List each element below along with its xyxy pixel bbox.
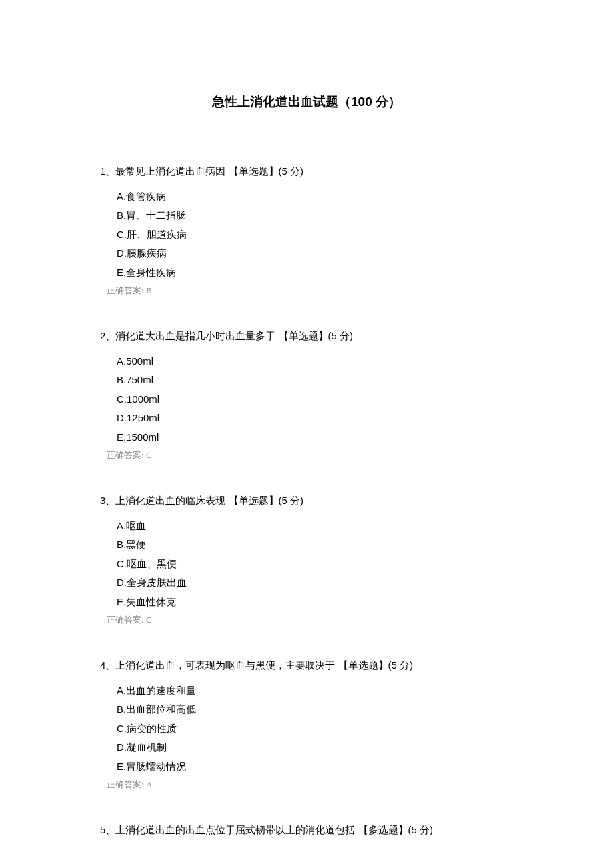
answer-value: C: [146, 450, 152, 460]
question-text: 2、消化道大出血是指几小时出血量多于 【单选题】(5 分): [100, 329, 513, 344]
answer-value: C: [146, 615, 152, 625]
question-text: 1、最常见上消化道出血病因 【单选题】(5 分): [100, 164, 513, 179]
question-text: 3、上消化道出血的临床表现 【单选题】(5 分): [100, 493, 513, 509]
option-item: E.1500ml: [117, 428, 513, 447]
question-content: 上消化道出血的出血点位于屈式韧带以上的消化道包括: [115, 824, 358, 835]
question-points: (5 分): [388, 659, 414, 671]
options-list: A.500ml B.750ml C.1000ml D.1250ml E.1500…: [100, 352, 513, 447]
option-item: A.呕血: [117, 517, 513, 536]
question-block: 5、上消化道出血的出血点位于屈式韧带以上的消化道包括 【多选题】(5 分): [100, 823, 513, 838]
question-points: (5 分): [408, 824, 434, 835]
option-item: B.胃、十二指肠: [117, 206, 513, 225]
question-block: 4、上消化道出血，可表现为呕血与黑便，主要取决于 【单选题】(5 分) A.出血…: [100, 658, 513, 791]
question-points: (5 分): [279, 495, 304, 506]
question-type: 【单选题】: [229, 165, 279, 177]
question-content: 上消化道出血的临床表现: [115, 495, 228, 506]
option-item: B.出血部位和高低: [117, 700, 513, 719]
question-type: 【多选题】: [358, 824, 408, 835]
answer-line: 正确答案: C: [100, 614, 513, 626]
option-item: A.食管疾病: [117, 187, 513, 207]
answer-label: 正确答案:: [107, 615, 146, 625]
question-type: 【单选题】: [229, 495, 279, 506]
answer-label: 正确答案:: [107, 285, 146, 295]
question-content: 消化道大出血是指几小时出血量多于: [115, 330, 278, 341]
options-list: A.出血的速度和量 B.出血部位和高低 C.病变的性质 D.凝血机制 E.胃肠蠕…: [100, 681, 513, 777]
option-item: D.全身皮肤出血: [117, 573, 513, 593]
answer-label: 正确答案:: [107, 450, 146, 460]
option-item: C.1000ml: [117, 390, 513, 409]
question-number: 4、: [100, 659, 115, 671]
option-item: D.1250ml: [117, 409, 513, 428]
options-list: A.呕血 B.黑便 C.呕血、黑便 D.全身皮肤出血 E.失血性休克: [100, 517, 513, 612]
question-text: 4、上消化道出血，可表现为呕血与黑便，主要取决于 【单选题】(5 分): [100, 658, 513, 673]
option-item: E.胃肠蠕动情况: [117, 757, 513, 777]
question-number: 2、: [100, 330, 115, 341]
question-block: 3、上消化道出血的临床表现 【单选题】(5 分) A.呕血 B.黑便 C.呕血、…: [100, 493, 513, 626]
option-item: E.全身性疾病: [117, 263, 513, 283]
question-points: (5 分): [279, 165, 304, 177]
question-type: 【单选题】: [279, 330, 328, 341]
question-points: (5 分): [328, 330, 354, 341]
question-block: 1、最常见上消化道出血病因 【单选题】(5 分) A.食管疾病 B.胃、十二指肠…: [100, 164, 513, 297]
option-item: C.呕血、黑便: [117, 555, 513, 574]
answer-line: 正确答案: B: [100, 285, 513, 297]
option-item: B.黑便: [117, 535, 513, 555]
option-item: A.500ml: [117, 352, 513, 371]
option-item: D.凝血机制: [117, 738, 513, 757]
option-item: E.失血性休克: [117, 593, 513, 612]
question-number: 1、: [100, 165, 115, 177]
option-item: B.750ml: [117, 371, 513, 390]
question-block: 2、消化道大出血是指几小时出血量多于 【单选题】(5 分) A.500ml B.…: [100, 329, 513, 461]
answer-label: 正确答案:: [107, 779, 146, 789]
question-content: 上消化道出血，可表现为呕血与黑便，主要取决于: [115, 659, 338, 671]
answer-value: B: [146, 285, 152, 295]
option-item: D.胰腺疾病: [117, 244, 513, 263]
option-item: C.肝、胆道疾病: [117, 225, 513, 245]
question-number: 5、: [100, 824, 115, 835]
question-text: 5、上消化道出血的出血点位于屈式韧带以上的消化道包括 【多选题】(5 分): [100, 823, 513, 838]
answer-line: 正确答案: A: [100, 779, 513, 791]
option-item: C.病变的性质: [117, 719, 513, 739]
page-title: 急性上消化道出血试题（100 分）: [100, 93, 513, 111]
question-content: 最常见上消化道出血病因: [115, 165, 228, 177]
answer-line: 正确答案: C: [100, 449, 513, 461]
question-type: 【单选题】: [338, 659, 388, 671]
options-list: A.食管疾病 B.胃、十二指肠 C.肝、胆道疾病 D.胰腺疾病 E.全身性疾病: [100, 187, 513, 283]
answer-value: A: [146, 779, 152, 789]
question-number: 3、: [100, 495, 115, 506]
option-item: A.出血的速度和量: [117, 681, 513, 701]
